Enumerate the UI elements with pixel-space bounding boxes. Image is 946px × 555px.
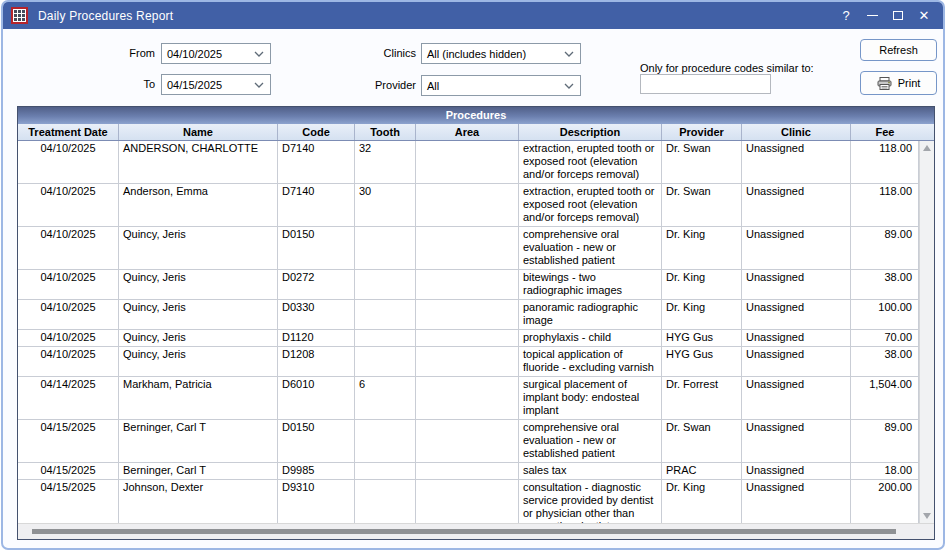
- cell-clinic: Unassigned: [742, 420, 851, 462]
- table-row[interactable]: 04/14/2025 Markham, Patricia D6010 6 sur…: [18, 377, 919, 420]
- cell-fee: 89.00: [851, 227, 919, 269]
- provider-label: Provider: [343, 79, 416, 91]
- cell-provider: Dr. King: [662, 480, 742, 523]
- scroll-down-arrow-icon[interactable]: [920, 508, 935, 523]
- from-date-value: 04/10/2025: [167, 48, 222, 60]
- cell-fee: 70.00: [851, 330, 919, 346]
- horizontal-scrollbar-thumb[interactable]: [32, 529, 896, 534]
- column-header-fee[interactable]: Fee: [851, 124, 919, 140]
- cell-fee: 38.00: [851, 270, 919, 299]
- clinics-value: All (includes hidden): [427, 48, 526, 60]
- code-filter-input[interactable]: [640, 74, 771, 94]
- cell-description: surgical placement of implant body: endo…: [519, 377, 662, 419]
- cell-treatment-date: 04/10/2025: [18, 330, 119, 346]
- close-icon: ✕: [919, 8, 930, 23]
- cell-code: D7140: [278, 184, 355, 226]
- table-row[interactable]: 04/10/2025 Anderson, Emma D7140 30 extra…: [18, 184, 919, 227]
- window-title: Daily Procedures Report: [38, 9, 173, 23]
- cell-clinic: Unassigned: [742, 141, 851, 183]
- close-button[interactable]: ✕: [911, 2, 937, 29]
- cell-code: D1208: [278, 347, 355, 376]
- cell-fee: 18.00: [851, 463, 919, 479]
- chevron-down-icon: [564, 83, 574, 89]
- column-header-clinic[interactable]: Clinic: [742, 124, 851, 140]
- cell-provider: Dr. Swan: [662, 420, 742, 462]
- cell-clinic: Unassigned: [742, 480, 851, 523]
- to-date-value: 04/15/2025: [167, 79, 222, 91]
- table-row[interactable]: 04/10/2025 Quincy, Jeris D0272 bitewings…: [18, 270, 919, 300]
- cell-treatment-date: 04/10/2025: [18, 227, 119, 269]
- horizontal-scrollbar[interactable]: [18, 523, 934, 539]
- cell-clinic: Unassigned: [742, 463, 851, 479]
- cell-clinic: Unassigned: [742, 184, 851, 226]
- help-icon: ?: [842, 8, 849, 23]
- provider-dropdown[interactable]: All: [421, 75, 581, 96]
- cell-fee: 89.00: [851, 420, 919, 462]
- column-header-name[interactable]: Name: [119, 124, 278, 140]
- scroll-up-arrow-icon[interactable]: [920, 141, 935, 156]
- cell-area: [416, 480, 519, 523]
- cell-clinic: Unassigned: [742, 270, 851, 299]
- minimize-button[interactable]: [859, 2, 885, 29]
- cell-tooth: [355, 300, 416, 329]
- table-row[interactable]: 04/10/2025 Quincy, Jeris D0150 comprehen…: [18, 227, 919, 270]
- cell-clinic: Unassigned: [742, 377, 851, 419]
- column-header-area[interactable]: Area: [416, 124, 519, 140]
- clinics-dropdown[interactable]: All (includes hidden): [421, 43, 581, 64]
- table-header-row: Treatment Date Name Code Tooth Area Desc…: [18, 124, 934, 141]
- print-button[interactable]: Print: [860, 71, 937, 95]
- cell-name: Quincy, Jeris: [119, 227, 278, 269]
- cell-area: [416, 377, 519, 419]
- cell-name: Quincy, Jeris: [119, 330, 278, 346]
- cell-tooth: [355, 330, 416, 346]
- cell-name: Quincy, Jeris: [119, 300, 278, 329]
- column-header-provider[interactable]: Provider: [662, 124, 742, 140]
- column-header-tooth[interactable]: Tooth: [355, 124, 416, 140]
- column-header-description[interactable]: Description: [519, 124, 662, 140]
- table-row[interactable]: 04/15/2025 Johnson, Dexter D9310 consult…: [18, 480, 919, 523]
- cell-tooth: 32: [355, 141, 416, 183]
- chevron-down-icon: [564, 51, 574, 57]
- cell-provider: HYG Gus: [662, 330, 742, 346]
- cell-tooth: [355, 227, 416, 269]
- cell-name: Johnson, Dexter: [119, 480, 278, 523]
- app-grid-icon: [11, 7, 28, 24]
- cell-name: Berninger, Carl T: [119, 420, 278, 462]
- cell-clinic: Unassigned: [742, 347, 851, 376]
- cell-clinic: Unassigned: [742, 227, 851, 269]
- cell-fee: 118.00: [851, 141, 919, 183]
- table-viewport: 04/10/2025 ANDERSON, CHARLOTTE D7140 32 …: [18, 141, 934, 523]
- provider-value: All: [427, 80, 439, 92]
- column-header-treatment-date[interactable]: Treatment Date: [18, 124, 119, 140]
- cell-code: D6010: [278, 377, 355, 419]
- to-date-dropdown[interactable]: 04/15/2025: [161, 74, 271, 95]
- table-row[interactable]: 04/10/2025 Quincy, Jeris D1120 prophylax…: [18, 330, 919, 347]
- cell-name: Quincy, Jeris: [119, 347, 278, 376]
- title-bar[interactable]: Daily Procedures Report ? ✕: [3, 2, 943, 29]
- filter-controls: From 04/10/2025 To 04/15/2025 Clinics Al…: [3, 29, 943, 106]
- table-row[interactable]: 04/15/2025 Berninger, Carl T D9985 sales…: [18, 463, 919, 480]
- cell-code: D9985: [278, 463, 355, 479]
- table-row[interactable]: 04/15/2025 Berninger, Carl T D0150 compr…: [18, 420, 919, 463]
- chevron-down-icon: [254, 51, 264, 57]
- from-date-dropdown[interactable]: 04/10/2025: [161, 43, 271, 64]
- table-row[interactable]: 04/10/2025 Quincy, Jeris D1208 topical a…: [18, 347, 919, 377]
- cell-code: D0150: [278, 420, 355, 462]
- refresh-button-label: Refresh: [879, 44, 918, 56]
- cell-provider: HYG Gus: [662, 347, 742, 376]
- cell-name: Anderson, Emma: [119, 184, 278, 226]
- help-button[interactable]: ?: [833, 2, 859, 29]
- from-label: From: [93, 47, 155, 59]
- vertical-scrollbar[interactable]: [919, 141, 934, 523]
- refresh-button[interactable]: Refresh: [860, 39, 937, 61]
- cell-provider: Dr. Swan: [662, 141, 742, 183]
- cell-code: D0150: [278, 227, 355, 269]
- cell-area: [416, 300, 519, 329]
- maximize-button[interactable]: [885, 2, 911, 29]
- table-row[interactable]: 04/10/2025 Quincy, Jeris D0330 panoramic…: [18, 300, 919, 330]
- table-row[interactable]: 04/10/2025 ANDERSON, CHARLOTTE D7140 32 …: [18, 141, 919, 184]
- cell-treatment-date: 04/14/2025: [18, 377, 119, 419]
- column-header-code[interactable]: Code: [278, 124, 355, 140]
- cell-tooth: 30: [355, 184, 416, 226]
- cell-name: ANDERSON, CHARLOTTE: [119, 141, 278, 183]
